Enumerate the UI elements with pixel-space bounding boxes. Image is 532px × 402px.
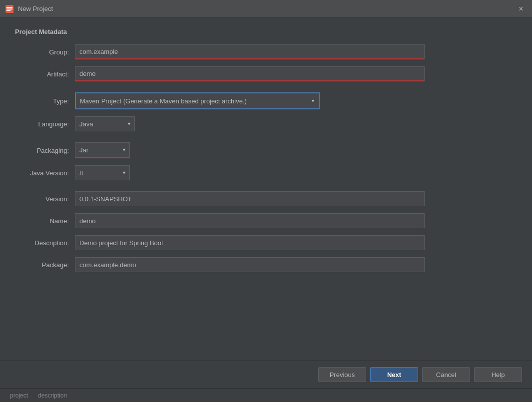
packaging-label: Packaging: bbox=[15, 147, 75, 154]
artifact-row: Artifact: bbox=[15, 66, 517, 81]
package-row: Package: bbox=[15, 257, 517, 272]
language-select[interactable]: Java Kotlin Groovy bbox=[75, 116, 135, 131]
dialog-content: Project Metadata Group: Artifact: Type: … bbox=[0, 18, 532, 361]
package-input[interactable] bbox=[75, 257, 425, 272]
package-label: Package: bbox=[15, 261, 75, 269]
group-label: Group: bbox=[15, 48, 75, 56]
previous-button[interactable]: Previous bbox=[318, 367, 366, 382]
svg-rect-1 bbox=[6, 8, 12, 9]
bottom-tab-project[interactable]: project bbox=[5, 390, 33, 402]
help-button[interactable]: Help bbox=[474, 367, 522, 382]
next-button[interactable]: Next bbox=[370, 367, 418, 382]
cancel-button[interactable]: Cancel bbox=[422, 367, 470, 382]
packaging-select[interactable]: Jar War bbox=[75, 142, 130, 157]
version-input[interactable] bbox=[75, 191, 425, 206]
description-label: Description: bbox=[15, 239, 75, 247]
group-row: Group: bbox=[15, 44, 517, 59]
name-row: Name: bbox=[15, 213, 517, 228]
title-bar-left: New Project bbox=[5, 4, 53, 13]
java-version-select-wrapper: 8 11 17 21 bbox=[75, 165, 130, 180]
svg-rect-2 bbox=[6, 7, 12, 8]
bottom-tabs: project description bbox=[0, 388, 532, 402]
java-version-row: Java Version: 8 11 17 21 bbox=[15, 165, 517, 180]
type-row: Type: Maven Project (Generate a Maven ba… bbox=[15, 92, 517, 109]
app-icon bbox=[5, 4, 14, 13]
dialog-title: New Project bbox=[18, 5, 53, 12]
java-version-select[interactable]: 8 11 17 21 bbox=[75, 165, 130, 180]
packaging-row: Packaging: Jar War bbox=[15, 142, 517, 158]
language-label: Language: bbox=[15, 120, 75, 128]
group-input[interactable] bbox=[75, 44, 425, 59]
version-row: Version: bbox=[15, 191, 517, 206]
description-row: Description: bbox=[15, 235, 517, 250]
language-select-wrapper: Java Kotlin Groovy bbox=[75, 116, 135, 131]
svg-rect-3 bbox=[6, 10, 10, 11]
bottom-tab-description[interactable]: description bbox=[33, 390, 72, 402]
version-label: Version: bbox=[15, 195, 75, 203]
packaging-select-wrapper: Jar War bbox=[75, 142, 130, 158]
new-project-dialog: New Project × Project Metadata Group: Ar… bbox=[0, 0, 532, 402]
type-label: Type: bbox=[15, 97, 75, 105]
description-input[interactable] bbox=[75, 235, 425, 250]
section-title: Project Metadata bbox=[15, 28, 517, 35]
language-row: Language: Java Kotlin Groovy bbox=[15, 116, 517, 131]
type-select-wrapper: Maven Project (Generate a Maven based pr… bbox=[75, 92, 320, 109]
artifact-label: Artifact: bbox=[15, 70, 75, 78]
dialog-footer: Previous Next Cancel Help bbox=[0, 361, 532, 388]
type-select[interactable]: Maven Project (Generate a Maven based pr… bbox=[76, 93, 319, 108]
artifact-input[interactable] bbox=[75, 66, 425, 81]
title-bar: New Project × bbox=[0, 0, 532, 18]
java-version-label: Java Version: bbox=[15, 169, 75, 177]
name-input[interactable] bbox=[75, 213, 425, 228]
close-button[interactable]: × bbox=[515, 3, 527, 15]
name-label: Name: bbox=[15, 217, 75, 225]
